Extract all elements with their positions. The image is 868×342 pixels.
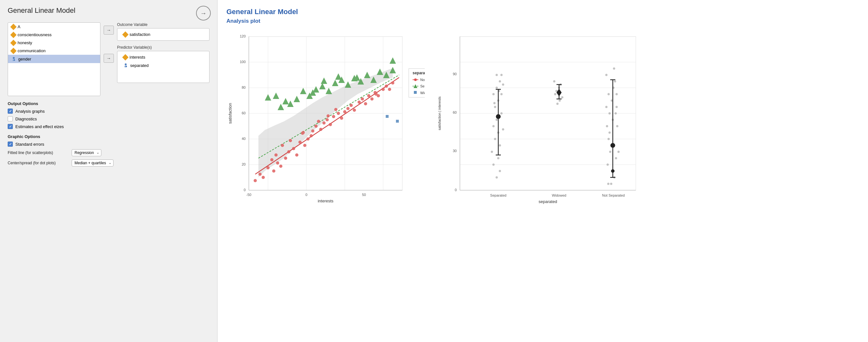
svg-point-52 [311,130,314,133]
svg-text:40: 40 [242,137,246,141]
var-label-A: A [18,24,21,29]
svg-point-60 [340,117,343,120]
svg-text:20: 20 [242,162,246,166]
plots-container: 0 20 40 60 80 100 120 -50 0 50 interests… [226,30,859,210]
svg-point-182 [615,157,617,160]
svg-point-181 [609,151,612,153]
var-item-communication[interactable]: communication [8,47,100,55]
svg-rect-110 [386,115,389,118]
checkbox-std-errors-box[interactable] [8,142,13,147]
svg-text:80: 80 [242,86,246,89]
fitted-line-row: Fitted line (for scatterplots) Regressio… [8,149,210,156]
svg-point-168 [553,80,556,83]
svg-point-35 [258,173,261,176]
predictor-item-separated[interactable]: a separated [120,61,207,69]
checkbox-diagnostics-box[interactable] [8,116,13,121]
svg-point-63 [349,104,353,107]
diamond-icon [10,32,17,38]
svg-point-158 [496,176,498,179]
checkbox-analysis-graphs-label: Analysis graphs [16,109,45,114]
svg-point-183 [607,164,609,166]
svg-text:separated: separated [538,199,557,204]
svg-point-48 [303,144,306,147]
svg-text:50: 50 [362,193,366,197]
diamond-icon [122,31,129,38]
diamond-icon [122,54,129,60]
outcome-item-satisfaction[interactable]: satisfaction [120,30,207,38]
var-label-conscientiousness: conscientiousness [18,32,52,37]
svg-point-40 [279,165,282,168]
svg-text:a: a [124,65,126,67]
svg-point-76 [289,139,292,142]
svg-point-53 [314,124,318,128]
svg-point-59 [337,112,340,115]
svg-point-176 [606,125,608,127]
svg-point-174 [609,112,611,115]
svg-point-66 [361,97,364,101]
predictor-label-interests: interests [129,55,145,60]
svg-point-160 [494,102,496,105]
person-icon: a [11,56,16,61]
output-options-title: Output Options [8,101,210,106]
checkbox-estimates-box[interactable] [8,124,13,129]
svg-point-82 [301,132,304,135]
svg-point-75 [391,81,394,85]
diamond-icon [10,48,17,54]
svg-point-157 [499,170,501,172]
checkbox-diagnostics: Diagnostics [8,116,210,121]
svg-point-64 [353,109,356,112]
svg-point-190 [610,183,613,185]
svg-text:60: 60 [242,111,246,115]
svg-point-55 [322,121,326,124]
right-var-area: Outcome Variable satisfaction Predictor … [117,22,210,87]
svg-point-156 [493,164,495,166]
person-icon-separated: a [123,63,128,68]
checkbox-std-errors: Standard errors [8,142,210,147]
center-spread-select[interactable]: Median + quartiles Mean + SE Mean + SD [72,160,114,167]
svg-point-175 [614,80,616,83]
predictor-item-interests[interactable]: interests [120,53,207,61]
svg-point-169 [559,99,561,102]
var-item-gender[interactable]: a gender [8,55,100,63]
svg-text:0: 0 [455,188,457,192]
checkbox-analysis-graphs-box[interactable] [8,109,13,114]
svg-point-56 [326,118,329,121]
arrow-buttons: → → [104,22,114,63]
svg-point-38 [272,169,275,173]
svg-point-73 [385,85,388,88]
svg-point-114 [414,79,417,81]
svg-point-206 [611,143,615,148]
move-predictor-button[interactable]: → [104,54,114,63]
move-outcome-button[interactable]: → [104,26,114,35]
run-button[interactable]: → [196,6,211,21]
svg-text:90: 90 [453,72,457,76]
fitted-line-select-wrapper: Regression None Smooth [72,149,101,156]
svg-point-42 [284,156,287,160]
variable-list: A conscientiousness honesty communicatio… [8,22,100,96]
diamond-icon [10,24,17,30]
svg-point-167 [557,103,559,105]
svg-point-186 [609,132,611,134]
svg-point-170 [608,93,610,95]
svg-text:Not Separated: Not Separated [420,78,425,82]
var-item-honesty[interactable]: honesty [8,39,100,47]
checkbox-estimates-label: Estimates and effect eizes [16,124,64,129]
svg-point-57 [329,123,332,126]
svg-point-74 [388,88,391,91]
svg-point-150 [499,144,501,147]
svg-point-140 [496,87,498,89]
svg-text:120: 120 [240,34,246,38]
svg-text:-50: -50 [246,193,251,197]
svg-point-61 [343,110,346,113]
svg-text:interests: interests [318,199,334,203]
svg-text:Separated: Separated [490,193,506,197]
var-item-conscientiousness[interactable]: conscientiousness [8,31,100,39]
svg-point-173 [616,106,618,108]
svg-point-54 [319,128,322,131]
var-item-A[interactable]: A [8,23,100,31]
svg-point-191 [615,112,617,115]
svg-point-81 [327,114,330,117]
checkbox-diagnostics-label: Diagnostics [16,117,37,121]
fitted-line-select[interactable]: Regression None Smooth [72,149,101,156]
svg-text:Widowed: Widowed [552,193,566,197]
